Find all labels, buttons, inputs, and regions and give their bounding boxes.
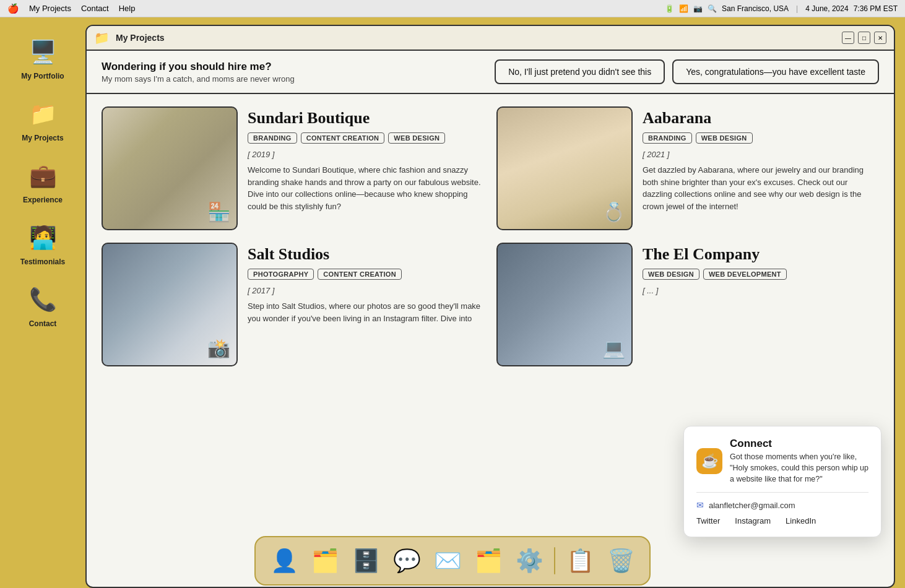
project-tags-1: BRANDING WEB DESIGN xyxy=(643,132,879,144)
connect-popup: ☕ Connect Got those moments when you're … xyxy=(683,426,881,537)
project-thumb-0[interactable] xyxy=(102,106,238,230)
battery-icon: 🔋 xyxy=(665,4,674,13)
project-desc-0: Welcome to Sundari Boutique, where chic … xyxy=(248,164,484,212)
separator: | xyxy=(796,4,798,13)
mac-status-bar: 🔋 📶 📷 🔍 San Francisco, USA | 4 June, 202… xyxy=(665,4,898,13)
minimize-button[interactable]: — xyxy=(842,32,854,44)
hire-text-block: Wondering if you should hire me? My mom … xyxy=(102,61,295,84)
connect-divider xyxy=(696,492,868,493)
hire-yes-button[interactable]: Yes, congratulations—you have excellent … xyxy=(672,59,879,84)
experience-icon: 💼 xyxy=(25,158,60,193)
main-window: 📁 My Projects — □ ✕ Wondering if you sho… xyxy=(85,25,895,588)
projects-grid: Sundari Boutique BRANDING CONTENT CREATI… xyxy=(102,106,879,366)
close-button[interactable]: ✕ xyxy=(874,32,886,44)
tag-0-0: BRANDING xyxy=(248,132,297,144)
connect-coffee-icon: ☕ xyxy=(696,448,722,474)
window-title: My Projects xyxy=(116,33,836,43)
desktop: 🖥️ My Portfolio 📁 My Projects 💼 Experien… xyxy=(0,17,905,588)
wifi-icon: 📶 xyxy=(679,4,688,13)
project-name-3: The El Company xyxy=(643,245,879,264)
project-card-3: The El Company WEB DESIGN WEB DEVELOPMEN… xyxy=(496,243,879,366)
project-tags-2: PHOTOGRAPHY CONTENT CREATION xyxy=(248,269,484,280)
connect-title-block: Connect Got those moments when you're li… xyxy=(730,438,868,485)
location: San Francisco, USA xyxy=(722,4,789,13)
project-info-3: The El Company WEB DESIGN WEB DEVELOPMEN… xyxy=(643,243,879,366)
sidebar-label-experience: Experience xyxy=(23,196,63,204)
sidebar-item-experience[interactable]: 💼 Experience xyxy=(9,153,77,209)
project-thumb-1[interactable] xyxy=(496,106,633,230)
sidebar-item-projects[interactable]: 📁 My Projects xyxy=(9,92,77,147)
sidebar-item-testimonials[interactable]: 🧑‍💻 Testimonials xyxy=(9,215,77,271)
camera-icon: 📷 xyxy=(693,4,703,13)
help-menu[interactable]: Help xyxy=(119,4,136,13)
hire-no-button[interactable]: No, I'll just pretend you didn't see thi… xyxy=(495,59,665,84)
dock-item-mail[interactable]: ✉️ xyxy=(429,542,466,579)
tag-0-2: WEB DESIGN xyxy=(388,132,445,144)
connect-header: ☕ Connect Got those moments when you're … xyxy=(696,438,868,485)
sidebar-item-contact[interactable]: 📞 Contact xyxy=(9,277,77,333)
app-name-menu[interactable]: My Projects xyxy=(29,4,71,13)
hire-subtitle: My mom says I'm a catch, and moms are ne… xyxy=(102,74,295,84)
tag-2-0: PHOTOGRAPHY xyxy=(248,269,314,280)
dock-item-notes[interactable]: 📋 xyxy=(561,542,599,579)
dock-item-layers[interactable]: 🗂️ xyxy=(470,542,507,579)
mac-menu[interactable]: 🍎 My Projects Contact Help xyxy=(7,3,135,14)
project-card-1: Aabarana BRANDING WEB DESIGN [ 2021 ] Ge… xyxy=(496,106,879,230)
portfolio-icon: 🖥️ xyxy=(25,35,60,69)
sidebar-item-portfolio[interactable]: 🖥️ My Portfolio xyxy=(9,30,77,85)
window-controls[interactable]: — □ ✕ xyxy=(842,32,886,44)
projects-icon: 📁 xyxy=(25,97,60,131)
project-card-2: Salt Studios PHOTOGRAPHY CONTENT CREATIO… xyxy=(102,243,484,366)
time: 7:36 PM EST xyxy=(854,4,898,13)
project-name-1: Aabarana xyxy=(643,109,879,128)
connect-email-address[interactable]: alanfletcher@gmail.com xyxy=(709,501,795,510)
connect-email-row: ✉ alanfletcher@gmail.com xyxy=(696,500,868,510)
sidebar-label-projects: My Projects xyxy=(22,134,63,142)
hire-banner: Wondering if you should hire me? My mom … xyxy=(87,51,894,94)
project-desc-2: Step into Salt Studios, where our photos… xyxy=(248,300,484,324)
tag-0-1: CONTENT CREATION xyxy=(301,132,385,144)
contact-menu[interactable]: Contact xyxy=(81,4,109,13)
apple-icon: 🍎 xyxy=(7,3,19,14)
tag-2-1: CONTENT CREATION xyxy=(318,269,402,280)
sidebar-label-portfolio: My Portfolio xyxy=(21,72,64,80)
project-year-3: [ ... ] xyxy=(643,286,879,295)
tag-3-0: WEB DESIGN xyxy=(643,269,699,280)
dock: 👤 🗂️ 🗄️ 💬 ✉️ 🗂️ ⚙️ 📋 🗑️ xyxy=(0,534,905,588)
sidebar-label-contact: Contact xyxy=(29,319,57,328)
project-card-0: Sundari Boutique BRANDING CONTENT CREATI… xyxy=(102,106,484,230)
project-year-0: [ 2019 ] xyxy=(248,150,484,159)
tag-1-1: WEB DESIGN xyxy=(696,132,753,144)
hire-buttons: No, I'll just pretend you didn't see thi… xyxy=(495,59,879,84)
contact-icon: 📞 xyxy=(25,282,60,317)
dock-separator xyxy=(554,547,555,574)
email-icon: ✉ xyxy=(696,500,704,510)
mac-titlebar: 🍎 My Projects Contact Help 🔋 📶 📷 🔍 San F… xyxy=(0,0,905,17)
sidebar-label-testimonials: Testimonials xyxy=(20,257,65,266)
search-icon[interactable]: 🔍 xyxy=(708,4,717,13)
project-thumb-3[interactable] xyxy=(496,243,633,366)
project-name-0: Sundari Boutique xyxy=(248,109,484,128)
date: 4 June, 2024 xyxy=(805,4,848,13)
tag-3-1: WEB DEVELOPMENT xyxy=(703,269,787,280)
window-folder-icon: 📁 xyxy=(94,30,110,45)
dock-item-trash[interactable]: 🗑️ xyxy=(602,542,639,579)
connect-title: Connect xyxy=(730,438,868,450)
dock-item-chat[interactable]: 💬 xyxy=(388,542,425,579)
dock-item-files[interactable]: 🗂️ xyxy=(306,542,344,579)
project-thumb-2[interactable] xyxy=(102,243,238,366)
project-tags-3: WEB DESIGN WEB DEVELOPMENT xyxy=(643,269,879,280)
connect-linkedin-link[interactable]: LinkedIn xyxy=(786,516,816,525)
project-info-2: Salt Studios PHOTOGRAPHY CONTENT CREATIO… xyxy=(248,243,484,366)
connect-instagram-link[interactable]: Instagram xyxy=(735,516,771,525)
dock-item-avatar[interactable]: 👤 xyxy=(266,542,303,579)
window-titlebar: 📁 My Projects — □ ✕ xyxy=(87,26,894,51)
dock-item-safe[interactable]: 🗄️ xyxy=(347,542,384,579)
hire-title: Wondering if you should hire me? xyxy=(102,61,295,73)
project-tags-0: BRANDING CONTENT CREATION WEB DESIGN xyxy=(248,132,484,144)
dock-item-settings[interactable]: ⚙️ xyxy=(511,542,548,579)
dock-inner: 👤 🗂️ 🗄️ 💬 ✉️ 🗂️ ⚙️ 📋 🗑️ xyxy=(254,536,651,586)
maximize-button[interactable]: □ xyxy=(858,32,870,44)
connect-twitter-link[interactable]: Twitter xyxy=(696,516,720,525)
project-name-2: Salt Studios xyxy=(248,245,484,264)
